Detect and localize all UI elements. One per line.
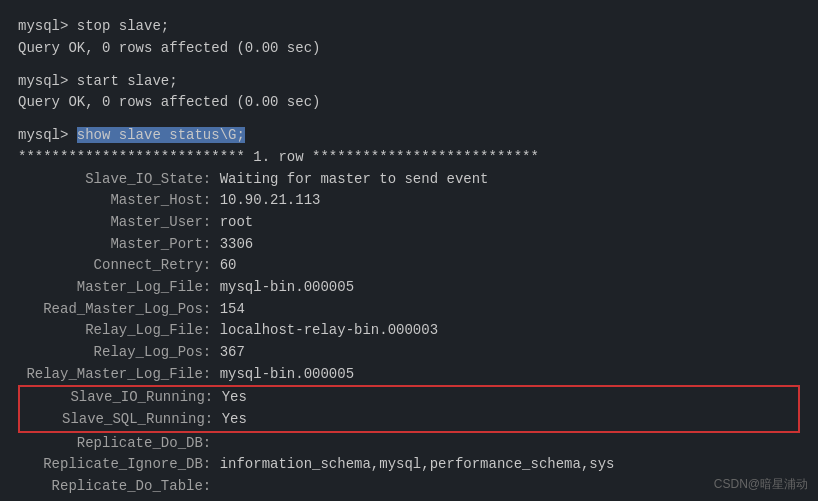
terminal-line: mysql> show slave status\G; <box>18 125 800 147</box>
terminal-line: Read_Master_Log_Pos: 154 <box>18 299 800 321</box>
terminal-line: Relay_Log_Pos: 367 <box>18 342 800 364</box>
status-highlight-box: Slave_IO_Running: Yes Slave_SQL_Running:… <box>18 385 800 432</box>
terminal-line: Replicate_Do_DB: <box>18 433 800 455</box>
highlighted-status-row: Slave_SQL_Running: Yes <box>20 409 798 431</box>
terminal-line: Master_Port: 3306 <box>18 234 800 256</box>
terminal-line: Relay_Master_Log_File: mysql-bin.000005 <box>18 364 800 386</box>
terminal-line: Replicate_Do_Table: <box>18 476 800 498</box>
terminal-line: Query OK, 0 rows affected (0.00 sec) <box>18 92 800 114</box>
terminal-line: Master_Host: 10.90.21.113 <box>18 190 800 212</box>
highlighted-command: show slave status\G; <box>77 127 245 143</box>
terminal-line: Relay_Log_File: localhost-relay-bin.0000… <box>18 320 800 342</box>
terminal-line: Replicate_Ignore_DB: information_schema,… <box>18 454 800 476</box>
terminal-line: Connect_Retry: 60 <box>18 255 800 277</box>
terminal-line <box>18 59 800 70</box>
terminal-line: Master_User: root <box>18 212 800 234</box>
terminal-line: *************************** 1. row *****… <box>18 147 800 169</box>
watermark: CSDN@暗星浦动 <box>714 476 808 493</box>
terminal-line: mysql> start slave; <box>18 71 800 93</box>
terminal-line: Query OK, 0 rows affected (0.00 sec) <box>18 38 800 60</box>
terminal-line: mysql> stop slave; <box>18 16 800 38</box>
terminal-line: Slave_IO_State: Waiting for master to se… <box>18 169 800 191</box>
highlighted-status-row: Slave_IO_Running: Yes <box>20 387 798 409</box>
terminal-line <box>18 114 800 125</box>
terminal-line: Master_Log_File: mysql-bin.000005 <box>18 277 800 299</box>
terminal: mysql> stop slave;Query OK, 0 rows affec… <box>0 0 818 501</box>
